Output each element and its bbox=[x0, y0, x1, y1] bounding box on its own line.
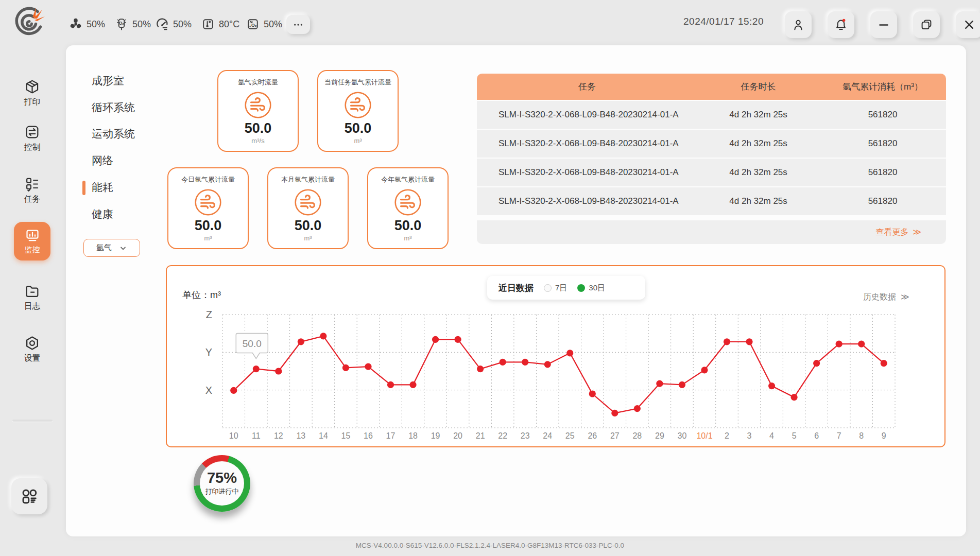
svg-text:10: 10 bbox=[229, 431, 238, 440]
task-list-icon bbox=[24, 176, 40, 192]
oxygen-sensor-value: 50% bbox=[132, 19, 151, 30]
range-option-30d[interactable]: 30日 bbox=[577, 283, 605, 293]
svg-text:10/1: 10/1 bbox=[696, 431, 712, 440]
card-value: 50.0 bbox=[295, 218, 322, 234]
sidebar-item-label: 设置 bbox=[24, 353, 41, 364]
history-data-link[interactable]: 历史数据 ≫ bbox=[863, 292, 909, 303]
submenu-item-forming-chamber[interactable]: 成形室 bbox=[92, 74, 124, 87]
monitor-chart-icon bbox=[25, 228, 40, 243]
range-option-7d[interactable]: 7日 bbox=[544, 283, 567, 293]
temperature-value: 80°C bbox=[219, 19, 239, 30]
svg-text:19: 19 bbox=[431, 431, 440, 440]
task-consumption: 561820 bbox=[819, 196, 946, 206]
task-duration: 4d 2h 32m 25s bbox=[697, 138, 819, 149]
card-title: 氩气实时流量 bbox=[238, 78, 278, 87]
card-title: 本月氩气累计流量 bbox=[281, 175, 335, 184]
card-unit: m³ bbox=[354, 137, 362, 145]
wind-icon bbox=[194, 188, 222, 216]
close-icon bbox=[962, 18, 976, 32]
wind-icon bbox=[294, 188, 322, 216]
user-icon bbox=[791, 18, 805, 32]
gas-type-select[interactable]: 氩气 bbox=[83, 239, 140, 257]
print-cube-icon bbox=[24, 79, 40, 95]
table-row[interactable]: SLM-I-S320-2-X-068-L09-B48-20230214-01-A… bbox=[477, 101, 946, 129]
card-value: 50.0 bbox=[195, 218, 222, 234]
see-more-label: 查看更多 bbox=[875, 227, 908, 238]
sidebar-item-monitor-active[interactable]: 监控 bbox=[14, 222, 50, 260]
svg-text:21: 21 bbox=[476, 431, 485, 440]
restore-window-button[interactable] bbox=[913, 11, 940, 38]
svg-text:28: 28 bbox=[632, 431, 642, 440]
task-name: SLM-I-S320-2-X-068-L09-B48-20230214-01-A bbox=[477, 167, 697, 178]
legend-title: 近日数据 bbox=[498, 282, 534, 294]
sidebar-item-label: 打印 bbox=[24, 97, 41, 108]
range-label: 7日 bbox=[555, 283, 567, 293]
oxygen-level-status: O₂ 50% bbox=[246, 15, 282, 33]
table-row[interactable]: SLM-I-S320-2-X-068-L09-B48-20230214-01-A… bbox=[477, 187, 946, 215]
svg-text:11: 11 bbox=[252, 431, 261, 440]
gear-icon bbox=[24, 335, 40, 351]
svg-text:50.0: 50.0 bbox=[243, 338, 262, 349]
minimize-button[interactable] bbox=[870, 11, 897, 38]
progress-percent: 75% bbox=[207, 471, 237, 485]
notifications-button[interactable] bbox=[828, 11, 854, 38]
submenu-item-network[interactable]: 网络 bbox=[92, 153, 113, 167]
svg-text:27: 27 bbox=[610, 431, 620, 440]
datetime: 2024/01/17 15:20 bbox=[675, 16, 772, 27]
active-submenu-indicator bbox=[82, 181, 85, 195]
control-arrows-icon bbox=[24, 124, 40, 140]
svg-text:20: 20 bbox=[453, 431, 462, 440]
user-button[interactable] bbox=[785, 11, 812, 38]
radio-off-icon bbox=[544, 284, 552, 292]
svg-text:5: 5 bbox=[792, 431, 797, 440]
task-duration: 4d 2h 32m 25s bbox=[697, 196, 819, 206]
submenu-item-energy[interactable]: 能耗 bbox=[92, 180, 113, 194]
card-today-flow: 今日氩气累计流量 50.0 m³ bbox=[167, 167, 249, 249]
svg-text:30: 30 bbox=[678, 431, 687, 440]
more-status-button[interactable] bbox=[286, 15, 310, 34]
double-chevron-right-icon: ≫ bbox=[901, 292, 909, 303]
svg-text:9: 9 bbox=[882, 431, 886, 440]
oxygen-level-value: 50% bbox=[264, 19, 282, 30]
svg-text:X: X bbox=[205, 385, 212, 396]
sidebar-item-tasks[interactable]: 任务 bbox=[0, 176, 64, 205]
svg-text:13: 13 bbox=[296, 431, 305, 440]
sidebar-item-control[interactable]: 控制 bbox=[0, 124, 64, 153]
see-more-link[interactable]: 查看更多 ≫ bbox=[875, 227, 921, 238]
ellipsis-icon bbox=[291, 18, 305, 31]
task-consumption: 561820 bbox=[819, 167, 946, 178]
table-row[interactable]: SLM-I-S320-2-X-068-L09-B48-20230214-01-A… bbox=[477, 130, 946, 158]
col-header-task: 任务 bbox=[477, 81, 697, 93]
task-consumption: 561820 bbox=[819, 110, 946, 120]
card-realtime-flow: 氩气实时流量 50.0 m³/s bbox=[217, 70, 299, 152]
close-button[interactable] bbox=[956, 11, 980, 38]
table-row[interactable]: SLM-I-S320-2-X-068-L09-B48-20230214-01-A… bbox=[477, 159, 946, 186]
svg-text:16: 16 bbox=[364, 431, 373, 440]
task-consumption-table: 任务 任务时长 氩气累计消耗（m³） SLM-I-S320-2-X-068-L0… bbox=[477, 74, 946, 244]
wind-icon bbox=[344, 91, 372, 119]
svg-text:2: 2 bbox=[725, 431, 729, 440]
sidebar-item-settings[interactable]: 设置 bbox=[0, 335, 64, 364]
wind-icon bbox=[394, 188, 422, 216]
chevron-down-icon bbox=[119, 244, 127, 252]
version-string: MCS-V4.00.0.0-S615-V12.6.0.0-FLS2.1.2.4-… bbox=[0, 542, 980, 549]
app-grid-icon bbox=[20, 487, 39, 506]
range-label: 30日 bbox=[589, 283, 605, 293]
submenu-item-health[interactable]: 健康 bbox=[92, 207, 113, 220]
app-launcher-button[interactable] bbox=[11, 478, 47, 514]
sidebar-item-logs[interactable]: 日志 bbox=[0, 283, 64, 312]
card-unit: m³ bbox=[404, 234, 411, 242]
sidebar-item-print[interactable]: 打印 bbox=[0, 79, 64, 108]
chart-range-legend: 近日数据 7日 30日 bbox=[487, 276, 645, 300]
fan-status: 50% bbox=[68, 15, 105, 33]
card-current-task-flow: 当前任务氩气累计流量 50.0 m³ bbox=[317, 70, 399, 152]
task-name: SLM-I-S320-2-X-068-L09-B48-20230214-01-A bbox=[477, 196, 697, 206]
svg-text:14: 14 bbox=[319, 431, 328, 440]
print-progress-content: 75% 打印进行中 bbox=[200, 461, 244, 506]
submenu-item-circulation[interactable]: 循环系统 bbox=[92, 100, 135, 114]
gas-type-value: 氩气 bbox=[96, 243, 112, 253]
submenu-item-motion[interactable]: 运动系统 bbox=[92, 127, 135, 140]
flow-line-chart[interactable]: ZYX1011121314151617181920212223242526272… bbox=[182, 309, 950, 445]
svg-text:26: 26 bbox=[588, 431, 597, 440]
bell-icon bbox=[834, 18, 848, 32]
